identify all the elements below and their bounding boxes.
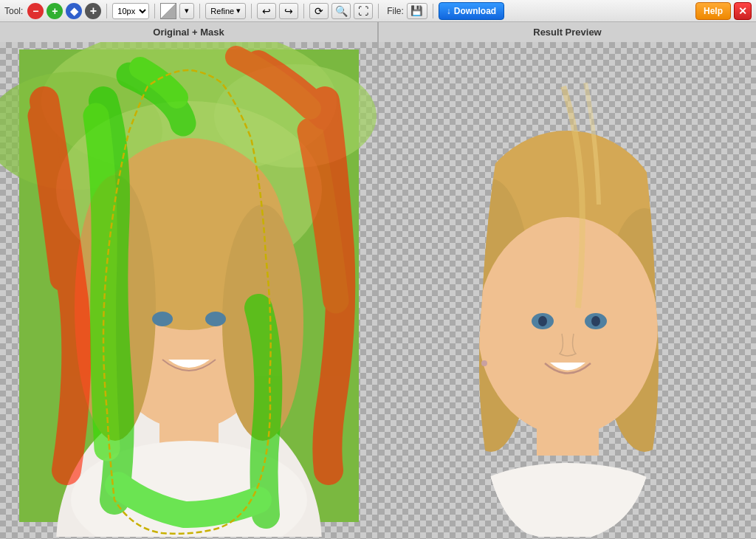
refine-button[interactable]: Refine ▾ bbox=[205, 3, 246, 19]
checkerboard-left bbox=[0, 42, 377, 539]
smart-tool-button[interactable]: ◆ bbox=[66, 3, 82, 19]
separator-4 bbox=[251, 4, 252, 18]
refine-dropdown-icon: ▾ bbox=[236, 6, 241, 16]
left-panel-title: Original + Mask bbox=[153, 27, 224, 38]
redo-button[interactable]: ↪ bbox=[279, 3, 298, 19]
separator-2 bbox=[154, 4, 155, 18]
left-canvas[interactable] bbox=[0, 42, 377, 539]
erase-tool-button[interactable]: − bbox=[27, 3, 44, 19]
help-label: Help bbox=[704, 6, 723, 16]
file-label: File: bbox=[387, 6, 404, 16]
separator-5 bbox=[303, 4, 304, 18]
checkerboard-right bbox=[379, 42, 756, 539]
add-tool-button[interactable]: + bbox=[85, 3, 101, 19]
main-area: Original + Mask bbox=[0, 22, 756, 539]
left-panel: Original + Mask bbox=[0, 22, 377, 539]
tool-label: Tool: bbox=[4, 6, 23, 16]
close-button[interactable]: ✕ bbox=[734, 2, 752, 20]
separator-6 bbox=[378, 4, 379, 18]
brush-size-select[interactable]: 4px 6px 8px 10px 12px 16px 20px bbox=[112, 3, 149, 19]
save-icon: 💾 bbox=[410, 5, 423, 16]
separator-7 bbox=[433, 4, 433, 18]
toolbar: Tool: − + ◆ + 4px 6px 8px 10px 12px 16px… bbox=[0, 0, 756, 22]
keep-tool-button[interactable]: + bbox=[47, 3, 63, 19]
right-panel-header: Result Preview bbox=[379, 22, 756, 42]
download-label: Download bbox=[454, 6, 496, 16]
right-canvas[interactable] bbox=[379, 42, 756, 539]
left-panel-header: Original + Mask bbox=[0, 22, 377, 42]
separator-3 bbox=[199, 4, 200, 18]
zoom-out-button[interactable]: 🔍 bbox=[331, 3, 351, 19]
download-button[interactable]: ↓ Download bbox=[439, 2, 504, 20]
right-panel: Result Preview bbox=[379, 22, 756, 539]
color-dropdown-button[interactable]: ▾ bbox=[179, 3, 194, 19]
refine-label: Refine bbox=[210, 7, 234, 16]
save-button[interactable]: 💾 bbox=[407, 3, 427, 19]
zoom-out-icon: 🔍 bbox=[335, 5, 348, 17]
help-button[interactable]: Help bbox=[695, 2, 731, 20]
redo-icon: ↪ bbox=[284, 5, 293, 17]
close-icon: ✕ bbox=[738, 5, 747, 17]
fullscreen-button[interactable]: ⛶ bbox=[354, 3, 373, 19]
undo-icon: ↩ bbox=[262, 5, 271, 17]
undo-button[interactable]: ↩ bbox=[257, 3, 276, 19]
color-preview bbox=[160, 3, 176, 19]
rotate-button[interactable]: ⟳ bbox=[309, 3, 329, 19]
separator-1 bbox=[106, 4, 107, 18]
rotate-icon: ⟳ bbox=[315, 5, 323, 17]
download-arrow-icon: ↓ bbox=[447, 6, 451, 16]
right-panel-title: Result Preview bbox=[533, 27, 602, 38]
fullscreen-icon: ⛶ bbox=[358, 5, 368, 17]
